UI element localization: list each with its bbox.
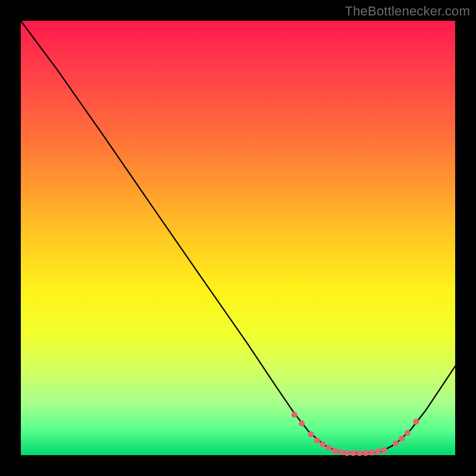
highlight-dot bbox=[350, 450, 356, 456]
highlight-dot bbox=[399, 436, 405, 441]
highlight-dot bbox=[381, 447, 387, 453]
highlight-dot bbox=[369, 450, 375, 456]
highlighted-dots-group bbox=[292, 412, 419, 456]
highlight-dot bbox=[299, 421, 305, 427]
highlight-dot bbox=[413, 419, 419, 425]
highlight-dot bbox=[292, 412, 298, 418]
chart-frame: TheBottlenecker.com bbox=[0, 0, 476, 476]
highlight-dot bbox=[375, 449, 381, 455]
highlight-dot bbox=[320, 441, 325, 447]
highlight-dot bbox=[314, 437, 320, 443]
highlight-dot bbox=[308, 431, 314, 437]
highlight-dot bbox=[332, 448, 338, 454]
highlight-dot bbox=[393, 440, 399, 446]
watermark-text: TheBottlenecker.com bbox=[345, 4, 470, 19]
highlight-dot bbox=[326, 445, 332, 451]
highlight-dot bbox=[363, 450, 369, 456]
plot-area bbox=[21, 21, 455, 455]
highlight-dot bbox=[405, 430, 411, 436]
bottleneck-curve bbox=[21, 21, 455, 453]
highlight-dot bbox=[338, 449, 344, 455]
highlight-dot bbox=[344, 450, 350, 456]
chart-overlay bbox=[21, 21, 455, 455]
highlight-dot bbox=[356, 450, 362, 456]
